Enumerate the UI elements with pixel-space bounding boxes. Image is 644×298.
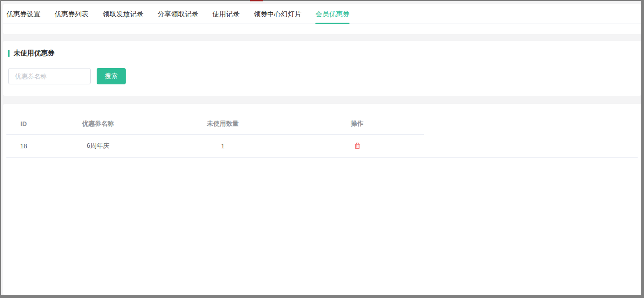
- tab-coupon-center-slides[interactable]: 领券中心幻灯片: [254, 4, 301, 24]
- tab-coupon-list[interactable]: 优惠券列表: [54, 4, 88, 24]
- coupon-name-input[interactable]: [8, 68, 91, 84]
- row-divider: [6, 157, 638, 158]
- tab-coupon-settings[interactable]: 优惠券设置: [6, 4, 40, 24]
- section-title: 未使用优惠券: [14, 49, 54, 58]
- table-header-row: ID 优惠券名称 未使用数量 操作: [6, 113, 424, 135]
- table-panel: ID 优惠券名称 未使用数量 操作 18 6周年庆 1: [3, 104, 641, 295]
- column-header-id: ID: [6, 120, 41, 127]
- row-coupon-name: 6周年庆: [41, 142, 155, 150]
- top-red-fragment: [250, 0, 263, 1]
- section-header: 未使用优惠券: [8, 49, 641, 58]
- row-id: 18: [6, 142, 41, 150]
- search-panel: 未使用优惠券 搜索: [3, 41, 641, 96]
- search-row: 搜索: [8, 68, 641, 84]
- tab-member-coupons[interactable]: 会员优惠券: [315, 4, 349, 24]
- section-accent-bar: [8, 50, 10, 57]
- column-header-unused-count: 未使用数量: [155, 120, 290, 128]
- search-button[interactable]: 搜索: [97, 68, 126, 84]
- row-unused-count: 1: [155, 142, 290, 150]
- trash-icon: [354, 142, 360, 149]
- tab-share-claim-records[interactable]: 分享领取记录: [157, 4, 198, 24]
- table-row: 18 6周年庆 1: [6, 135, 424, 157]
- tab-bar: 优惠券设置 优惠券列表 领取发放记录 分享领取记录 使用记录 领券中心幻灯片 会…: [3, 4, 641, 24]
- delete-button[interactable]: [354, 142, 361, 150]
- column-header-actions: 操作: [290, 120, 424, 128]
- tab-claim-issue-records[interactable]: 领取发放记录: [103, 4, 143, 24]
- app-window: 优惠券设置 优惠券列表 领取发放记录 分享领取记录 使用记录 领券中心幻灯片 会…: [0, 0, 644, 298]
- tab-usage-records[interactable]: 使用记录: [212, 4, 240, 24]
- column-header-coupon-name: 优惠券名称: [41, 120, 155, 128]
- tabs-card: 优惠券设置 优惠券列表 领取发放记录 分享领取记录 使用记录 领券中心幻灯片 会…: [3, 4, 641, 34]
